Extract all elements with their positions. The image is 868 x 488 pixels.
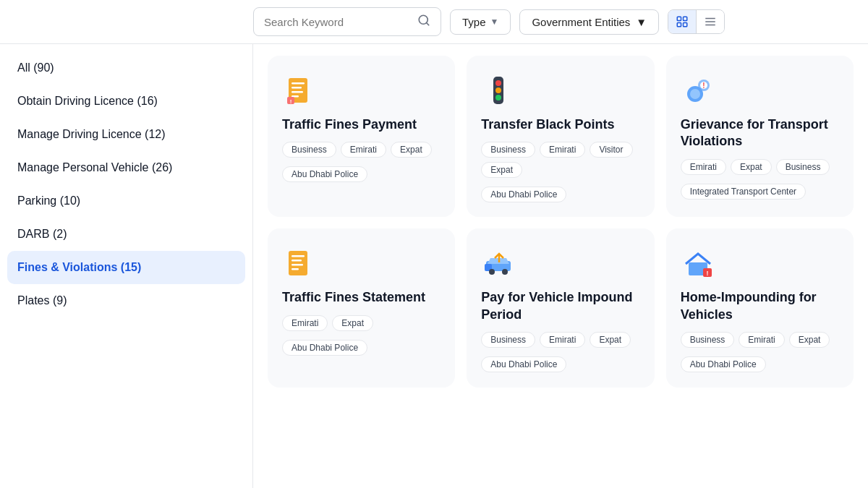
traffic-fines-statement-tags: EmiratiExpat	[282, 315, 441, 331]
gov-chevron-icon: ▼	[636, 16, 647, 28]
sidebar-item-darb[interactable]: DARB (2)	[0, 218, 252, 251]
grid-icon	[676, 15, 689, 28]
pay-vehicle-impound-tags: BusinessEmiratiExpat	[481, 332, 639, 348]
traffic-fines-statement-icon	[282, 246, 317, 281]
tag-expat: Expat	[789, 332, 830, 348]
main-layout: All (90)Obtain Driving Licence (16)Manag…	[0, 44, 868, 488]
tag-expat: Expat	[481, 162, 522, 178]
tag-emirati: Emirati	[540, 142, 585, 158]
tag-emirati: Emirati	[341, 142, 386, 158]
tag-expat: Expat	[391, 142, 432, 158]
home-impounding-org: Abu Dhabi Police	[681, 356, 766, 372]
svg-rect-29	[292, 268, 299, 270]
svg-point-33	[502, 269, 508, 275]
home-impounding-org-tags: Abu Dhabi Police	[681, 356, 839, 372]
sidebar-item-parking[interactable]: Parking (10)	[0, 184, 252, 218]
content-area: ! Traffic Fines PaymentBusinessEmiratiEx…	[253, 44, 868, 488]
svg-point-32	[489, 269, 495, 275]
pay-vehicle-impound-org-tags: Abu Dhabi Police	[481, 356, 639, 372]
card-traffic-fines-payment[interactable]: ! Traffic Fines PaymentBusinessEmiratiEx…	[268, 56, 455, 217]
traffic-fines-payment-tags: BusinessEmiratiExpat	[282, 142, 441, 158]
traffic-fines-payment-title: Traffic Fines Payment	[282, 116, 441, 133]
tag-business: Business	[481, 332, 535, 348]
svg-point-21	[690, 89, 700, 99]
sidebar-item-obtain-driving-licence[interactable]: Obtain Driving Licence (16)	[0, 85, 252, 118]
search-box[interactable]	[253, 7, 441, 36]
list-icon	[704, 15, 717, 28]
sidebar-item-plates[interactable]: Plates (9)	[0, 284, 252, 317]
transfer-black-points-org: Abu Dhabi Police	[481, 187, 566, 202]
grievance-transport-violations-title: Grievance for Transport Violations	[681, 116, 839, 150]
sidebar: All (90)Obtain Driving Licence (16)Manag…	[0, 44, 253, 488]
svg-rect-2	[677, 17, 681, 20]
grievance-transport-violations-tags: EmiratiExpatBusiness	[681, 159, 839, 175]
tag-business: Business	[776, 159, 830, 175]
type-filter-button[interactable]: Type ▼	[450, 9, 511, 35]
card-pay-vehicle-impound[interactable]: Pay for Vehicle Impound PeriodBusinessEm…	[467, 228, 654, 388]
transfer-black-points-title: Transfer Black Points	[481, 116, 639, 133]
pay-vehicle-impound-title: Pay for Vehicle Impound Period	[481, 289, 639, 323]
tag-emirati: Emirati	[540, 332, 585, 348]
traffic-fines-payment-icon: !	[282, 73, 317, 108]
tag-business: Business	[282, 142, 336, 158]
card-grievance-transport-violations[interactable]: ! Grievance for Transport ViolationsEmir…	[666, 56, 854, 217]
search-icon	[417, 14, 430, 30]
grievance-transport-violations-icon: !	[681, 73, 715, 108]
transfer-black-points-icon	[481, 73, 516, 108]
traffic-fines-statement-org-tags: Abu Dhabi Police	[282, 340, 441, 356]
grid-view-button[interactable]	[668, 10, 697, 33]
search-input[interactable]	[264, 16, 412, 28]
svg-point-19	[495, 95, 501, 100]
tag-emirati: Emirati	[739, 332, 784, 348]
svg-rect-27	[292, 260, 302, 262]
svg-rect-25	[289, 251, 307, 275]
sidebar-item-all[interactable]: All (90)	[0, 51, 252, 85]
tag-expat: Expat	[731, 159, 772, 175]
traffic-fines-statement-org: Abu Dhabi Police	[282, 340, 367, 356]
svg-rect-26	[292, 255, 305, 257]
svg-rect-12	[292, 91, 303, 93]
svg-text:!: !	[706, 270, 708, 277]
svg-rect-28	[292, 264, 303, 266]
cards-grid: ! Traffic Fines PaymentBusinessEmiratiEx…	[268, 56, 854, 388]
card-transfer-black-points[interactable]: Transfer Black PointsBusinessEmiratiVisi…	[467, 56, 654, 217]
tag-expat: Expat	[590, 332, 631, 348]
sidebar-item-manage-driving-licence[interactable]: Manage Driving Licence (12)	[0, 118, 252, 151]
svg-text:!: !	[702, 82, 705, 90]
home-impounding-tags: BusinessEmiratiExpat	[681, 332, 839, 348]
tag-business: Business	[681, 332, 735, 348]
view-toggle	[668, 9, 725, 34]
tag-expat: Expat	[332, 315, 373, 331]
traffic-fines-payment-org: Abu Dhabi Police	[282, 166, 367, 182]
card-home-impounding[interactable]: ! Home-Impounding for VehiclesBusinessEm…	[666, 228, 854, 388]
tag-emirati: Emirati	[282, 315, 328, 331]
svg-line-1	[426, 22, 428, 25]
svg-point-18	[495, 87, 501, 93]
pay-vehicle-impound-org: Abu Dhabi Police	[481, 356, 566, 372]
pay-vehicle-impound-icon	[481, 246, 516, 281]
list-view-button[interactable]	[697, 10, 724, 33]
gov-entities-button[interactable]: Government Entities ▼	[519, 9, 659, 35]
tag-visitor: Visitor	[590, 142, 632, 158]
traffic-fines-payment-org-tags: Abu Dhabi Police	[282, 166, 441, 182]
type-chevron-icon: ▼	[490, 17, 499, 27]
gov-entities-label: Government Entities	[532, 16, 630, 28]
transfer-black-points-tags: BusinessEmiratiVisitorExpat	[481, 142, 639, 178]
grievance-transport-violations-org-tags: Integrated Transport Center	[681, 184, 839, 200]
top-bar: Type ▼ Government Entities ▼	[0, 0, 868, 44]
type-filter-label: Type	[462, 16, 486, 28]
svg-rect-11	[292, 87, 302, 89]
card-traffic-fines-statement[interactable]: Traffic Fines StatementEmiratiExpatAbu D…	[268, 228, 455, 388]
svg-rect-5	[684, 23, 687, 27]
sidebar-item-manage-personal-vehicle[interactable]: Manage Personal Vehicle (26)	[0, 151, 252, 184]
home-impounding-title: Home-Impounding for Vehicles	[681, 289, 839, 323]
svg-rect-4	[677, 23, 681, 27]
grievance-transport-violations-org: Integrated Transport Center	[681, 184, 806, 200]
svg-rect-3	[684, 17, 687, 20]
sidebar-item-fines-violations[interactable]: Fines & Violations (15)	[7, 251, 245, 284]
tag-emirati: Emirati	[681, 159, 726, 175]
svg-point-17	[495, 80, 501, 86]
home-impounding-icon: !	[681, 246, 715, 281]
svg-rect-10	[292, 82, 305, 85]
transfer-black-points-org-tags: Abu Dhabi Police	[481, 187, 639, 202]
